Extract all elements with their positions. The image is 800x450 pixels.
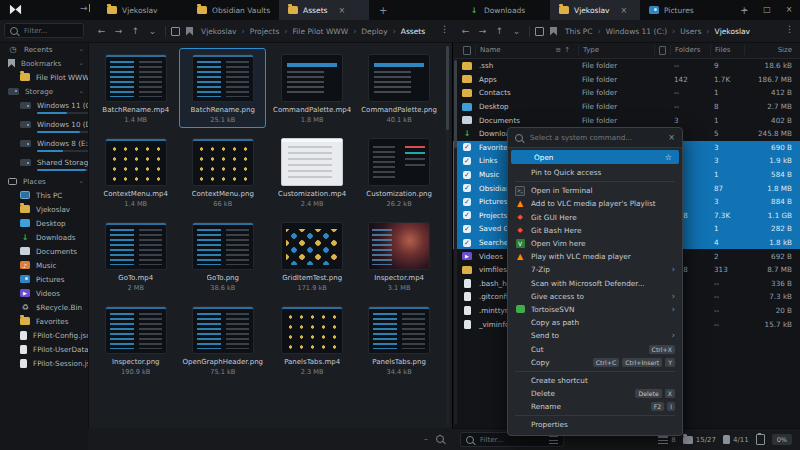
sidebar-item-recycle-bin[interactable]: ♻$Recycle.Bin: [0, 300, 88, 314]
up-icon[interactable]: ↑: [492, 26, 507, 36]
row-checkbox[interactable]: ✓: [459, 143, 475, 151]
sidebar-section-storage[interactable]: Storage⌄: [0, 84, 88, 98]
checkbox-checked[interactable]: ✓: [463, 143, 471, 151]
menu-item-cut[interactable]: CutCtrl+X: [508, 342, 682, 355]
checkbox-checked[interactable]: ✓: [463, 225, 471, 233]
bookmark-icon[interactable]: [550, 27, 557, 36]
grid-item-goto-png[interactable]: GoTo.png38.6 kB: [179, 216, 266, 296]
menu-item-copy[interactable]: CopyCtrl+CCtrl+InsertY: [508, 356, 682, 369]
grid-item-opengraphheader-png[interactable]: OpenGraphHeader.png75.1 kB: [179, 300, 266, 380]
sidebar-item-windows-11-c[interactable]: Windows 11 (C:): [0, 98, 88, 117]
column-name[interactable]: Name ≡↑: [475, 45, 578, 55]
row-checkbox[interactable]: ✓: [459, 171, 475, 179]
back-icon[interactable]: ←: [94, 26, 109, 36]
tab-downloads[interactable]: ↓Downloads: [460, 0, 550, 20]
sidebar-toggle-icon[interactable]: →: [80, 3, 90, 13]
menu-item-7-zip[interactable]: 7-Zip›: [508, 263, 682, 276]
column-size[interactable]: Size: [744, 45, 800, 55]
grid-item-contextmenu-png[interactable]: ContextMenu.png66 kB: [179, 132, 266, 212]
sidebar-item-downloads[interactable]: ↓Downloads: [0, 230, 88, 244]
history-chevron-icon[interactable]: ⌄: [145, 26, 160, 36]
table-row-contacts[interactable]: ContactsFile folder--1412 B: [453, 86, 800, 100]
breadcrumb-item-vjekoslav[interactable]: Vjekoslav: [715, 27, 751, 36]
close-icon[interactable]: ×: [621, 6, 628, 15]
row-checkbox[interactable]: ✓: [459, 225, 475, 233]
sidebar-item-documents[interactable]: Documents: [0, 244, 88, 258]
left-pane-scrollbar[interactable]: [446, 46, 449, 426]
menu-item-git-gui-here[interactable]: ◆Git GUI Here: [508, 211, 682, 224]
grid-item-customization-png[interactable]: Customization.png26.2 kB: [358, 132, 440, 212]
collapse-icon[interactable]: –: [424, 435, 428, 444]
sidebar-item-fpilot-config-json[interactable]: FPilot-Config.json: [0, 328, 88, 342]
checkbox-checked[interactable]: ✓: [463, 211, 471, 219]
search-icon[interactable]: [436, 435, 444, 443]
minimize-button[interactable]: –: [734, 0, 756, 20]
sort-icons[interactable]: ≡↑: [555, 46, 574, 54]
grid-item-commandpalette-png[interactable]: CommandPalette.png40.1 kB: [358, 48, 440, 128]
tab-obsidian-vaults[interactable]: Obsidian Vaults: [188, 0, 279, 20]
menu-item-copy-as-path[interactable]: Copy as path: [508, 316, 682, 329]
tab-vjekoslav[interactable]: Vjekoslav×: [550, 0, 640, 20]
breadcrumb-item-vjekoslav[interactable]: Vjekoslav: [201, 27, 237, 36]
column-folders[interactable]: Folders: [670, 45, 710, 55]
checkbox-checked[interactable]: ✓: [463, 239, 471, 247]
menu-item-open-in-terminal[interactable]: >_Open in Terminal: [508, 184, 682, 197]
sidebar-item-windows-10-d[interactable]: Windows 10 (D:): [0, 117, 88, 136]
grid-item-inspector-png[interactable]: Inspector.png190.9 kB: [96, 300, 175, 380]
menu-item-tortoisesvn[interactable]: TortoiseSVN›: [508, 303, 682, 316]
history-chevron-icon[interactable]: ⌄: [509, 26, 524, 36]
sidebar-item-videos[interactable]: ▶Videos: [0, 286, 88, 300]
table-row-ssh[interactable]: .sshFile folder--918.6 kB: [453, 59, 800, 73]
menu-item-git-bash-here[interactable]: ◆Git Bash Here: [508, 224, 682, 237]
sidebar-filter-input[interactable]: [22, 26, 78, 36]
breadcrumb-item-users[interactable]: Users: [680, 27, 701, 36]
sidebar-item-vjekoslav[interactable]: Vjekoslav: [0, 202, 88, 216]
breadcrumb-item-windows-11-c[interactable]: Windows 11 (C:): [606, 27, 667, 36]
grid-item-griditemtest-png[interactable]: GridItemTest.png171.9 kB: [270, 216, 354, 296]
table-row-documents[interactable]: DocumentsFile folder31402 B: [453, 113, 800, 127]
forward-icon[interactable]: →: [475, 26, 490, 36]
menu-item-delete[interactable]: DeleteDeleteX: [508, 387, 682, 400]
row-checkbox[interactable]: ✓: [459, 184, 475, 192]
breadcrumb-item-assets[interactable]: Assets: [401, 27, 425, 36]
menu-item-add-to-vlc-media-player-s-playlist[interactable]: ▲Add to VLC media player's Playlist: [508, 197, 682, 210]
up-icon[interactable]: ↑: [128, 26, 143, 36]
copy-path-icon[interactable]: [535, 27, 544, 36]
filter-options-icon[interactable]: [549, 436, 558, 444]
sidebar-item-music[interactable]: ♪Music: [0, 258, 88, 272]
new-tab-button[interactable]: +: [369, 0, 397, 20]
sidebar-item-this-pc[interactable]: This PC: [0, 188, 88, 202]
menu-item-create-shortcut[interactable]: Create shortcut: [508, 374, 682, 387]
checkbox-checked[interactable]: ✓: [463, 198, 471, 206]
sidebar-item-file-pilot-www[interactable]: File Pilot WWW: [0, 70, 88, 84]
row-checkbox[interactable]: ✓: [459, 157, 475, 165]
row-checkbox[interactable]: ✓: [459, 239, 475, 247]
breadcrumb-item-deploy[interactable]: Deploy: [361, 27, 387, 36]
sidebar-section-places[interactable]: Places⌄: [0, 174, 88, 188]
sidebar-item-windows-8-e[interactable]: Windows 8 (E:): [0, 136, 88, 155]
list-filter-input[interactable]: [478, 435, 545, 445]
row-checkbox[interactable]: ✓: [459, 198, 475, 206]
forward-icon[interactable]: →: [111, 26, 126, 36]
breadcrumb-item-projects[interactable]: Projects: [250, 27, 280, 36]
menu-item-properties[interactable]: Properties: [508, 418, 682, 431]
breadcrumb-item-file-pilot-www[interactable]: File Pilot WWW: [293, 27, 349, 36]
grid-item-inspector-mp4[interactable]: Inspector.mp43.1 MB: [358, 216, 440, 296]
copy-path-icon[interactable]: [171, 27, 180, 36]
grid-item-commandpalette-mp4[interactable]: CommandPalette.mp41.8 MB: [270, 48, 354, 128]
grid-item-panelstabs-png[interactable]: PanelsTabs.png34.4 kB: [358, 300, 440, 380]
command-search-input[interactable]: [528, 132, 663, 143]
grid-item-goto-mp4[interactable]: GoTo.mp42 MB: [96, 216, 175, 296]
close-icon[interactable]: ×: [668, 133, 675, 142]
grid-item-contextmenu-mp4[interactable]: ContextMenu.mp41.4 MB: [96, 132, 175, 212]
grid-item-customization-mp4[interactable]: Customization.mp42.4 MB: [270, 132, 354, 212]
command-search[interactable]: ×: [508, 128, 682, 148]
table-row-desktop[interactable]: DesktopFile folder--82.7 MB: [453, 100, 800, 114]
checkbox-checked[interactable]: ✓: [463, 157, 471, 165]
grid-item-batchrename-png[interactable]: BatchRename.png25.1 kB: [179, 48, 266, 128]
menu-item-open[interactable]: Open☆: [511, 150, 679, 164]
sidebar-item-pictures[interactable]: Pictures: [0, 272, 88, 286]
column-kind-icon[interactable]: [654, 45, 670, 55]
table-row-apps[interactable]: AppsFile folder1421.7K186.7 MB: [453, 73, 800, 87]
sidebar-item-desktop[interactable]: Desktop: [0, 216, 88, 230]
